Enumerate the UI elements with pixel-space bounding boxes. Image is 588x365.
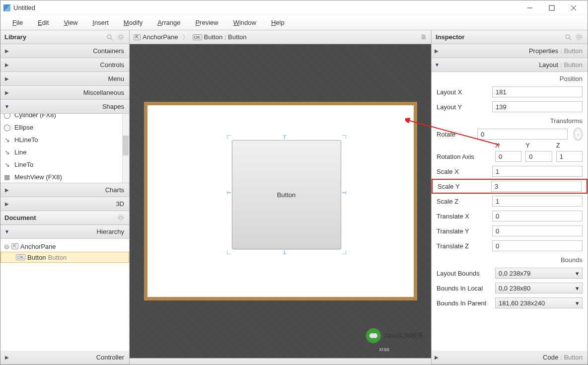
section-shapes[interactable]: ▼Shapes — [0, 100, 129, 114]
list-item[interactable]: ↘LineTo — [0, 158, 129, 171]
section-controller[interactable]: ▶Controller — [0, 351, 129, 365]
watermark: Java实例程序 — [366, 328, 423, 343]
prop-scale-z: Scale Z — [432, 194, 588, 209]
translate-y-input[interactable] — [492, 225, 583, 236]
faint-watermark: xras — [379, 346, 389, 352]
layout-y-input[interactable] — [492, 101, 583, 112]
rotation-axis-y[interactable] — [525, 151, 552, 162]
button-node[interactable]: Button — [232, 140, 341, 249]
rotate-input[interactable] — [477, 129, 568, 140]
rotate-dial[interactable]: · — [574, 128, 583, 141]
translate-x-input[interactable] — [492, 211, 583, 221]
center-panel: ⇱AnchorPane 〉 OKButton : Button 🗎 Button — [130, 30, 431, 365]
inspector-body: Position Layout X Layout Y Transforms Ro… — [432, 72, 588, 351]
list-item[interactable]: ↘Line — [0, 146, 129, 158]
gear-icon[interactable] — [117, 214, 125, 222]
group-position: Position — [432, 72, 588, 84]
translate-z-input[interactable] — [492, 240, 583, 251]
menu-help[interactable]: Help — [264, 17, 292, 28]
tree-row-button[interactable]: OK Button Button — [0, 252, 129, 263]
menu-arrange[interactable]: Arrange — [150, 17, 187, 28]
prop-layout-y: Layout Y — [432, 99, 588, 114]
svg-point-16 — [576, 34, 582, 40]
prop-bounds-parent: Bounds In Parent181,60 238x240▾ — [432, 295, 588, 310]
maximize-button[interactable] — [541, 1, 563, 15]
page-anchorpane[interactable]: Button — [144, 102, 417, 300]
titlebar: Untitled — [0, 0, 588, 15]
section-3d[interactable]: ▶3D — [0, 197, 129, 211]
scale-z-input[interactable] — [492, 196, 583, 207]
menu-view[interactable]: View — [57, 17, 84, 28]
button-icon: OK — [16, 254, 25, 260]
bounds-local-combo[interactable]: 0,0 238x80▾ — [495, 283, 583, 293]
list-item[interactable]: ◯Ellipse — [0, 121, 129, 134]
svg-point-7 — [118, 34, 124, 40]
inspector-panel: Inspector ▶Properties: Button ▼Layout: B… — [431, 30, 588, 365]
list-item[interactable]: ▦MeshView (FX8) — [0, 171, 129, 183]
chevron-down-icon: ▾ — [576, 285, 579, 292]
layout-x-input[interactable] — [492, 86, 583, 97]
svg-point-4 — [107, 35, 111, 39]
prop-scale-y: Scale Y — [432, 179, 588, 194]
scale-y-input[interactable] — [491, 181, 582, 192]
left-panel: Library ▶Containers ▶Controls ▶Menu ▶Mis… — [0, 30, 130, 365]
bounds-parent-combo[interactable]: 181,60 238x240▾ — [495, 297, 583, 308]
breadcrumb: ⇱AnchorPane 〉 OKButton : Button 🗎 — [130, 30, 431, 44]
section-charts[interactable]: ▶Charts — [0, 183, 129, 197]
svg-point-11 — [369, 333, 374, 338]
menu-insert[interactable]: Insert — [85, 17, 116, 28]
list-item[interactable]: ↘HLineTo — [0, 134, 129, 146]
prop-translate-z: Translate Z — [432, 238, 588, 253]
group-transforms: Transforms — [432, 114, 588, 127]
anchor-icon: ⇱ — [11, 243, 18, 249]
crumb-button[interactable]: OKButton : Button — [193, 33, 247, 41]
library-title: Library — [4, 33, 26, 41]
crumb-anchorpane[interactable]: ⇱AnchorPane — [134, 33, 178, 41]
inspector-title: Inspector — [436, 33, 465, 41]
library-header: Library — [0, 30, 129, 44]
canvas[interactable]: Button Java实例程序 xras — [130, 44, 431, 358]
axis-labels: XYZ — [432, 142, 588, 149]
section-hierarchy[interactable]: ▼Hierarchy — [0, 225, 129, 239]
section-controls[interactable]: ▶Controls — [0, 58, 129, 72]
svg-point-13 — [566, 35, 570, 39]
menu-modify[interactable]: Modify — [117, 17, 149, 28]
list-item[interactable]: ◯Cylinder (FX8) — [0, 114, 129, 121]
layout-bounds-combo[interactable]: 0,0 238x79▾ — [495, 268, 583, 279]
prop-layout-x: Layout X — [432, 84, 588, 99]
window-title: Untitled — [13, 4, 519, 11]
search-icon[interactable] — [564, 33, 573, 42]
minimize-button[interactable] — [519, 1, 541, 15]
prop-translate-x: Translate X — [432, 209, 588, 223]
gear-icon[interactable] — [576, 33, 584, 41]
menu-file[interactable]: File — [5, 17, 30, 28]
section-containers[interactable]: ▶Containers — [0, 44, 129, 58]
rotation-axis-x[interactable] — [495, 151, 521, 162]
prop-rotation-axis: Rotation Axis — [432, 149, 588, 164]
section-properties[interactable]: ▶Properties: Button — [432, 44, 588, 58]
svg-line-5 — [111, 38, 113, 40]
scale-x-input[interactable] — [492, 166, 583, 177]
menu-window[interactable]: Window — [226, 17, 263, 28]
prop-rotate: Rotate· — [432, 127, 588, 142]
svg-point-6 — [119, 35, 122, 38]
menu-edit[interactable]: Edit — [31, 17, 56, 28]
prop-translate-y: Translate Y — [432, 223, 588, 238]
rotation-axis-z[interactable] — [556, 151, 583, 162]
menu-preview[interactable]: Preview — [188, 17, 225, 28]
close-button[interactable] — [563, 1, 585, 15]
scrollbar[interactable] — [122, 114, 129, 183]
document-icon[interactable]: 🗎 — [421, 33, 427, 41]
svg-point-9 — [118, 215, 124, 220]
section-misc[interactable]: ▶Miscellaneous — [0, 86, 129, 100]
gear-icon[interactable] — [117, 33, 125, 41]
prop-layout-bounds: Layout Bounds0,0 238x79▾ — [432, 266, 588, 281]
shapes-list: ◯Cylinder (FX8) ◯Ellipse ↘HLineTo ↘Line … — [0, 114, 129, 183]
chevron-down-icon: ▾ — [576, 270, 579, 277]
section-code[interactable]: ▶Code: Button — [432, 351, 588, 365]
search-icon[interactable] — [105, 33, 114, 42]
tree-row-anchorpane[interactable]: ⊖ ⇱ AnchorPane — [0, 241, 129, 252]
section-menu[interactable]: ▶Menu — [0, 72, 129, 86]
svg-point-15 — [578, 35, 581, 38]
section-layout[interactable]: ▼Layout: Button — [432, 58, 588, 72]
